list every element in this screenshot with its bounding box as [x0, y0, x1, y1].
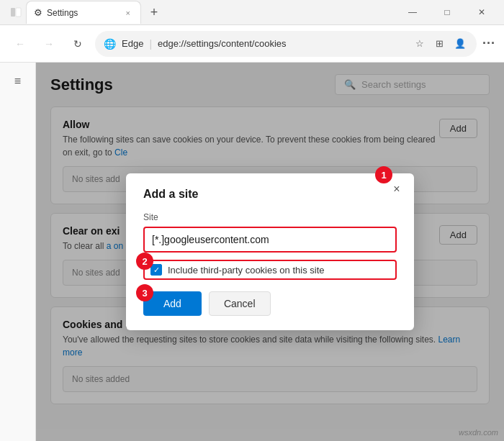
site-input-field[interactable]: [143, 227, 397, 253]
sidebar-toggle-icon[interactable]: [6, 2, 26, 22]
settings-layout: ≡ Settings 🔍 Search settings Allow The f…: [0, 63, 504, 441]
modal-title: Add a site: [143, 188, 397, 201]
new-tab-button[interactable]: +: [144, 2, 164, 22]
favorites-icon[interactable]: ☆: [412, 36, 428, 52]
svg-rect-0: [11, 8, 15, 17]
tab-area: ⚙ Settings × +: [6, 1, 396, 24]
sidebar-menu-button[interactable]: ≡: [4, 68, 32, 94]
maximize-button[interactable]: □: [431, 0, 464, 25]
modal-cancel-button[interactable]: Cancel: [209, 291, 271, 316]
forward-button[interactable]: →: [37, 32, 60, 55]
back-button[interactable]: ←: [9, 32, 32, 55]
third-party-checkbox[interactable]: ✓: [150, 264, 162, 276]
tab-favicon-icon: ⚙: [34, 7, 42, 18]
url-text: edge://settings/content/cookies: [158, 38, 406, 49]
edge-logo-icon: 🌐: [104, 38, 116, 50]
title-bar: ⚙ Settings × + — □ ✕: [0, 0, 504, 25]
url-separator: |: [149, 38, 152, 50]
profile-icon[interactable]: 👤: [452, 36, 468, 52]
address-field[interactable]: 🌐 Edge | edge://settings/content/cookies…: [95, 31, 477, 57]
refresh-button[interactable]: ↻: [66, 32, 89, 55]
svg-rect-1: [16, 8, 21, 17]
main-content: Settings 🔍 Search settings Allow The fol…: [36, 63, 504, 441]
modal-close-button[interactable]: ×: [388, 181, 405, 198]
window-controls: — □ ✕: [396, 0, 498, 25]
modal-dialog: 1 × Add a site Site 2 ✓ Include third-pa…: [126, 173, 414, 330]
minimize-button[interactable]: —: [396, 0, 429, 25]
collections-icon[interactable]: ⊞: [432, 36, 448, 52]
sidebar: ≡: [0, 63, 36, 441]
third-party-label: Include third-party cookies on this site: [168, 265, 325, 276]
site-field-label: Site: [143, 212, 397, 222]
address-bar: ← → ↻ 🌐 Edge | edge://settings/content/c…: [0, 25, 504, 63]
badge-3: 3: [136, 284, 153, 301]
edge-label: Edge: [122, 38, 143, 49]
tab-title-label: Settings: [47, 8, 119, 18]
address-icons: ☆ ⊞ 👤: [412, 36, 468, 52]
third-party-checkbox-row[interactable]: ✓ Include third-party cookies on this si…: [143, 260, 397, 280]
checkbox-check-icon: ✓: [153, 265, 160, 275]
badge-2: 2: [136, 253, 153, 270]
modal-overlay: 1 × Add a site Site 2 ✓ Include third-pa…: [36, 63, 504, 441]
modal-buttons: 3 Add Cancel: [143, 291, 397, 316]
settings-tab[interactable]: ⚙ Settings ×: [26, 1, 141, 24]
tab-close-button[interactable]: ×: [123, 7, 133, 19]
close-button[interactable]: ✕: [465, 0, 498, 25]
more-options-button[interactable]: ···: [482, 36, 495, 51]
